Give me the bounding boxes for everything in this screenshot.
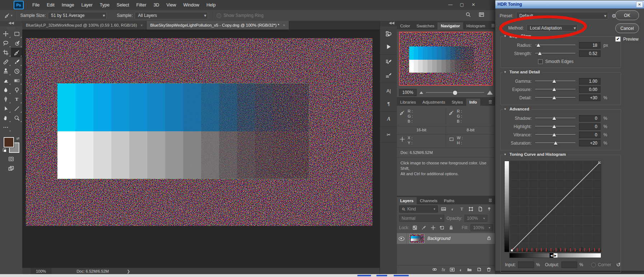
brush-tool[interactable]	[11, 57, 22, 67]
layer-style-icon[interactable]: fx	[442, 267, 445, 272]
eyedropper-readout-icon[interactable]	[449, 109, 457, 124]
eraser-tool[interactable]	[0, 76, 11, 85]
preset-select[interactable]: Default▾	[516, 12, 608, 19]
lock-all-icon[interactable]	[448, 224, 454, 231]
lock-artboard-icon[interactable]	[439, 224, 445, 231]
panel-tab-navigator[interactable]: Navigator	[437, 22, 463, 29]
slider-thumb[interactable]	[552, 80, 556, 83]
link-layers-icon[interactable]	[432, 267, 437, 273]
panel-tab-channels[interactable]: Channels	[417, 197, 441, 204]
slider-track[interactable]	[535, 53, 575, 54]
paragraph-panel-icon[interactable]: ¶	[380, 97, 397, 110]
workspace-switcher-icon[interactable]	[479, 12, 484, 18]
filter-pixel-layers-icon[interactable]	[440, 206, 447, 212]
clone-source-panel-icon[interactable]	[380, 69, 397, 82]
dialog-title-bar[interactable]: HDR Toning ✕	[495, 0, 644, 9]
toning-curve-grid[interactable]	[510, 161, 601, 252]
quick-select-tool[interactable]	[11, 38, 22, 48]
line-tool[interactable]	[11, 104, 22, 113]
value-field[interactable]: 0.52	[579, 50, 601, 57]
move-tool[interactable]	[0, 29, 11, 38]
eyedropper-readout-icon[interactable]	[400, 109, 408, 124]
history-brush-tool[interactable]	[11, 67, 22, 76]
maximize-window-icon[interactable]: ▢	[456, 1, 468, 9]
shadow-input-handle[interactable]: ◀	[550, 253, 553, 258]
search-icon[interactable]	[465, 12, 471, 18]
swap-colors-icon[interactable]: ⇄	[17, 136, 19, 140]
layer-visibility-toggle[interactable]	[397, 233, 407, 244]
filter-shape-layers-icon[interactable]	[467, 206, 474, 212]
slider-track[interactable]	[535, 118, 575, 119]
menu-window[interactable]: Window	[180, 1, 203, 9]
document-tab[interactable]: BlueSkyLP_32bitWorkflow.psd @ 100% (0.59…	[22, 21, 147, 29]
quick-mask-button[interactable]	[7, 156, 15, 162]
healing-tool[interactable]	[0, 57, 11, 67]
eyedropper-tool-icon[interactable]	[4, 12, 11, 19]
character-panel-icon[interactable]: A|	[380, 84, 397, 97]
panel-tab-histogram[interactable]: Histogram	[463, 22, 488, 29]
collapse-section-icon[interactable]: ▾	[503, 34, 508, 38]
method-select[interactable]: Local Adaptation▾	[527, 24, 578, 32]
foreground-color-swatch[interactable]	[4, 137, 14, 147]
menu-filter[interactable]: Filter	[133, 1, 150, 9]
status-zoom-field[interactable]: 100%	[31, 268, 51, 274]
clone-stamp-tool[interactable]	[0, 67, 11, 76]
cancel-button[interactable]: Cancel	[615, 23, 639, 33]
ok-button[interactable]: OK	[615, 10, 639, 20]
tab-close-icon[interactable]: ×	[140, 23, 143, 27]
filter-type-layers-icon[interactable]: T	[458, 206, 465, 212]
smooth-edges-checkbox[interactable]	[538, 59, 543, 64]
slider-thumb[interactable]	[552, 125, 556, 128]
slider-track[interactable]	[535, 89, 575, 90]
highlight-input-handle[interactable]: ▶	[553, 253, 557, 258]
screen-mode-button[interactable]	[7, 165, 15, 172]
menu-view[interactable]: View	[163, 1, 180, 9]
lock-pixels-icon[interactable]	[421, 224, 427, 231]
zoom-out-icon[interactable]	[420, 91, 423, 94]
value-field[interactable]: +20	[579, 140, 601, 146]
adjustment-layer-icon[interactable]: ◐	[459, 267, 462, 273]
panel-menu-icon[interactable]: ☰	[486, 197, 495, 204]
pen-tool[interactable]	[0, 95, 11, 104]
slider-track[interactable]	[535, 142, 575, 144]
tool-preset-chevron-icon[interactable]: ▾	[11, 14, 13, 17]
value-field[interactable]: 0.00	[579, 86, 601, 93]
value-field[interactable]: +30	[579, 95, 601, 101]
slider-track[interactable]	[535, 81, 575, 82]
expand-panels-icon[interactable]: ◀◀	[380, 21, 397, 26]
value-field[interactable]: 0	[579, 132, 601, 138]
path-select-tool[interactable]	[0, 104, 11, 113]
layer-row-background[interactable]: Background	[397, 233, 495, 244]
menu-type[interactable]: Type	[96, 1, 113, 9]
slider-thumb[interactable]	[552, 117, 556, 120]
lasso-tool[interactable]	[0, 38, 11, 48]
navigator-zoom-slider[interactable]	[426, 92, 484, 93]
dodge-tool[interactable]	[11, 85, 22, 95]
delete-layer-icon[interactable]	[486, 267, 491, 273]
panel-tab-styles[interactable]: Styles	[448, 99, 466, 106]
layer-mask-icon[interactable]	[450, 267, 455, 273]
sample-size-select[interactable]: 51 by 51 Average▾	[48, 12, 107, 19]
collapse-section-icon[interactable]: ▾	[503, 70, 508, 74]
menu-layer[interactable]: Layer	[78, 1, 96, 9]
slider-track[interactable]	[535, 97, 575, 98]
slider-thumb[interactable]	[538, 52, 542, 55]
document-tab[interactable]: BlueSkyStepWedgeLightPollution_v5 - Copy…	[147, 21, 289, 29]
curve-input-gradient[interactable]: ◀ ▶	[509, 253, 601, 258]
lock-position-icon[interactable]	[430, 224, 436, 231]
blur-tool[interactable]	[0, 85, 11, 95]
slider-thumb[interactable]	[537, 44, 540, 47]
type-tool[interactable]: T	[11, 95, 22, 104]
navigator-zoom-field[interactable]: 100%	[399, 89, 417, 96]
slider-thumb[interactable]	[552, 88, 556, 91]
marquee-tool[interactable]	[11, 29, 22, 38]
dialog-close-icon[interactable]: ✕	[636, 1, 643, 8]
menu-help[interactable]: Help	[203, 1, 219, 9]
slider-track[interactable]	[535, 45, 575, 46]
panel-tab-paths[interactable]: Paths	[441, 197, 458, 204]
filter-pin-icon[interactable]	[486, 206, 493, 212]
eyedropper-tool[interactable]	[11, 48, 22, 57]
layer-name[interactable]: Background	[427, 236, 450, 241]
value-field[interactable]: 1.00	[579, 78, 601, 85]
slider-thumb[interactable]	[552, 133, 556, 136]
